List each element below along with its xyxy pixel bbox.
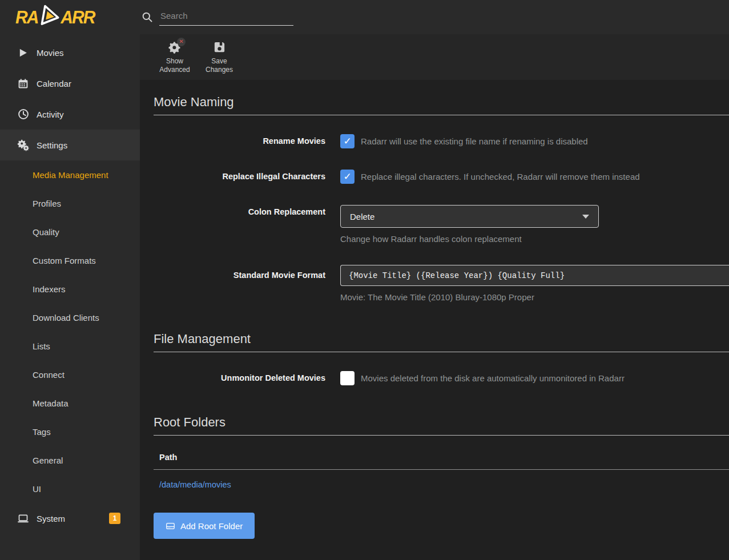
sidebar-item-system[interactable]: System 1: [0, 503, 140, 534]
path-column-header: Path: [154, 453, 729, 470]
radarr-logo[interactable]: RA ARR: [0, 0, 140, 34]
colon-replacement-select[interactable]: Delete: [340, 205, 599, 228]
selected-option: Delete: [350, 212, 374, 221]
check-icon: ✓: [343, 135, 351, 147]
field-label: Colon Replacement: [154, 205, 325, 219]
sidebar-subitem-quality[interactable]: Quality: [0, 217, 140, 246]
radarr-play-logo-icon: [37, 3, 62, 31]
sidebar-subitem-tags[interactable]: Tags: [0, 417, 140, 446]
sidebar-item-movies[interactable]: Movies: [0, 37, 140, 68]
field-label: Unmonitor Deleted Movies: [154, 371, 325, 385]
sidebar-subitem-indexers[interactable]: Indexers: [0, 275, 140, 303]
chevron-down-icon: [582, 215, 589, 219]
search-icon: [142, 11, 153, 23]
form-row-colon-replacement: Colon Replacement Delete Change how Rada…: [154, 205, 729, 244]
field-help: Replace illegal characters. If unchecked…: [361, 172, 640, 182]
field-help: Radarr will use the existing file name i…: [361, 136, 588, 146]
sidebar-subitem-media-management[interactable]: Media Management: [0, 160, 140, 189]
form-row-unmonitor-deleted: Unmonitor Deleted Movies ✓ Movies delete…: [154, 371, 729, 385]
form-row-standard-movie-format: Standard Movie Format Movie: The Movie T…: [154, 265, 729, 302]
sidebar-subitem-profiles[interactable]: Profiles: [0, 189, 140, 217]
replace-illegal-checkbox[interactable]: ✓: [340, 170, 355, 184]
sidebar-item-label: Settings: [37, 140, 67, 150]
form-row-rename-movies: Rename Movies ✓ Radarr will use the exis…: [154, 134, 729, 148]
sidebar-subitem-ui[interactable]: UI: [0, 474, 140, 503]
field-help: Movies deleted from the disk are automat…: [361, 373, 625, 383]
advanced-gear-icon: ✕: [168, 41, 182, 54]
section-title: File Management: [154, 332, 729, 352]
check-icon: ✓: [343, 171, 351, 183]
sidebar-item-settings[interactable]: Settings: [0, 130, 140, 160]
save-changes-label: Save Changes: [199, 57, 240, 74]
section-root-folders: Root Folders Path /data/media/movies: [154, 415, 729, 539]
section-title: Root Folders: [154, 415, 729, 436]
search-input[interactable]: [159, 9, 293, 26]
laptop-icon: [17, 513, 29, 525]
sidebar-subitem-custom-formats[interactable]: Custom Formats: [0, 246, 140, 275]
settings-submenu: Media Management Profiles Quality Custom…: [0, 160, 140, 503]
play-icon: [17, 47, 29, 59]
sidebar-subitem-connect[interactable]: Connect: [0, 360, 140, 389]
section-title: Movie Naming: [154, 95, 729, 115]
show-advanced-label: Show Advanced: [154, 57, 195, 74]
page-header: [140, 0, 729, 34]
add-root-folder-button[interactable]: Add Root Folder: [154, 513, 255, 539]
sidebar-nav: Movies Calendar: [0, 34, 140, 534]
floppy-save-icon: [212, 41, 226, 54]
gears-icon: [17, 139, 29, 151]
sidebar-item-activity[interactable]: Activity: [0, 99, 140, 130]
section-movie-naming: Movie Naming Rename Movies ✓ Radarr will…: [154, 95, 729, 302]
rename-movies-checkbox[interactable]: ✓: [340, 134, 355, 148]
main-column: ✕ Show Advanced Save Changes Movie Namin: [140, 0, 729, 560]
save-changes-button[interactable]: Save Changes: [199, 41, 240, 74]
root-folder-path-link[interactable]: /data/media/movies: [159, 480, 231, 489]
logo-text-right: ARR: [61, 7, 94, 27]
field-label: Replace Illegal Characters: [154, 170, 325, 184]
field-help: Movie: The Movie Title (2010) Bluray-108…: [340, 292, 729, 302]
sidebar-item-calendar[interactable]: Calendar: [0, 68, 140, 99]
section-file-management: File Management Unmonitor Deleted Movies…: [154, 332, 729, 385]
sidebar-item-label: Calendar: [37, 79, 71, 88]
media-management-content: Movie Naming Rename Movies ✓ Radarr will…: [140, 80, 729, 560]
system-health-badge: 1: [109, 513, 120, 524]
add-root-folder-label: Add Root Folder: [180, 521, 243, 531]
root-folder-row: /data/media/movies: [154, 470, 729, 490]
logo-text-left: RA: [15, 7, 38, 27]
sidebar-subitem-download-clients[interactable]: Download Clients: [0, 303, 140, 332]
form-row-replace-illegal: Replace Illegal Characters ✓ Replace ill…: [154, 170, 729, 184]
sidebar: RA ARR Movies: [0, 0, 140, 560]
calendar-icon: [17, 78, 29, 90]
field-help: Change how Radarr handles colon replacem…: [340, 234, 729, 244]
settings-toolbar: ✕ Show Advanced Save Changes: [140, 34, 729, 80]
sidebar-item-label: Activity: [37, 110, 64, 119]
sidebar-item-label: System: [37, 514, 65, 523]
sidebar-item-label: Movies: [37, 48, 64, 58]
radarr-app: RA ARR Movies: [0, 0, 729, 560]
field-label: Standard Movie Format: [154, 265, 325, 286]
standard-movie-format-input[interactable]: [340, 265, 729, 286]
hard-drive-icon: [166, 521, 175, 531]
sidebar-subitem-metadata[interactable]: Metadata: [0, 389, 140, 417]
clock-icon: [17, 108, 29, 120]
sidebar-subitem-general[interactable]: General: [0, 446, 140, 474]
sidebar-subitem-lists[interactable]: Lists: [0, 332, 140, 360]
field-label: Rename Movies: [154, 134, 325, 148]
advanced-off-x-icon: ✕: [177, 38, 186, 46]
search-bar: [142, 9, 293, 26]
show-advanced-button[interactable]: ✕ Show Advanced: [154, 41, 195, 74]
unmonitor-deleted-checkbox[interactable]: ✓: [340, 371, 355, 385]
